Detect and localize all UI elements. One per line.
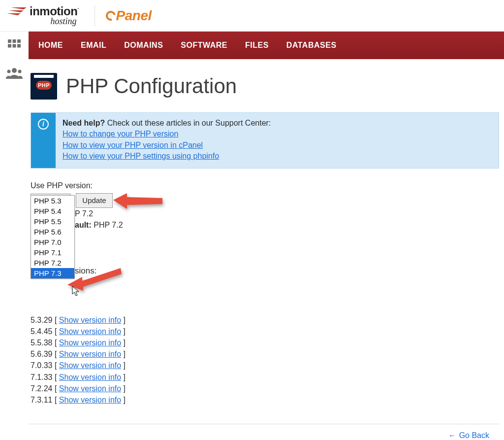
svg-point-6 xyxy=(12,68,17,73)
svg-rect-2 xyxy=(17,39,21,43)
version-row: 5.3.29 [ Show version info ] xyxy=(31,314,499,326)
nav-software[interactable]: SOFTWARE xyxy=(181,41,227,50)
show-version-info-link[interactable]: Show version info xyxy=(59,396,121,404)
nav-home[interactable]: HOME xyxy=(38,41,63,50)
available-versions-heading-suffix: sions: xyxy=(75,266,96,275)
show-version-info-link[interactable]: Show version info xyxy=(59,338,121,347)
svg-point-8 xyxy=(18,70,22,73)
system-default-value: PHP 7.2 xyxy=(92,221,123,229)
available-versions-list: 5.3.29 [ Show version info ]5.4.45 [ Sho… xyxy=(31,314,499,406)
version-row: 5.4.45 [ Show version info ] xyxy=(31,326,499,337)
info-title: Need help? xyxy=(63,119,105,127)
version-row: 5.6.39 [ Show version info ] xyxy=(31,348,499,360)
svg-rect-4 xyxy=(13,44,16,48)
php-option-php-56[interactable]: PHP 5.6 xyxy=(31,227,74,237)
version-row: 5.5.38 [ Show version info ] xyxy=(31,337,499,348)
nav-email[interactable]: EMAIL xyxy=(81,41,106,50)
logo-bar: inmotion. hosting Panel xyxy=(0,0,504,32)
cpanel-c-icon xyxy=(104,9,117,22)
info-lead: Check out these articles in our Support … xyxy=(105,119,271,127)
svg-rect-3 xyxy=(8,44,11,48)
info-link-change-version[interactable]: How to change your PHP version xyxy=(63,130,178,138)
info-link-view-version[interactable]: How to view your PHP version in cPanel xyxy=(63,141,203,149)
php-version-label: Use PHP version: xyxy=(31,181,499,190)
php-version-form: Use PHP version: PHP 7.2 ▾ Update xyxy=(31,181,499,406)
apps-grid-icon[interactable] xyxy=(7,38,22,55)
current-version-suffix: P 7.2 xyxy=(75,209,93,218)
info-box: i Need help? Check out these articles in… xyxy=(31,112,499,169)
svg-rect-0 xyxy=(8,39,11,43)
show-version-info-link[interactable]: Show version info xyxy=(59,373,121,381)
logo-divider xyxy=(94,5,95,26)
version-row: 7.3.11 [ Show version info ] xyxy=(31,394,499,406)
show-version-info-link[interactable]: Show version info xyxy=(59,361,121,370)
inmotion-logo: inmotion. hosting xyxy=(6,4,79,27)
mouse-cursor-icon xyxy=(72,286,80,297)
system-default-label-suffix: ault: xyxy=(75,221,92,229)
cpanel-logo: Panel xyxy=(106,8,152,24)
php-option-php-71[interactable]: PHP 7.1 xyxy=(31,247,74,258)
php-config-icon: PHP xyxy=(31,73,57,100)
info-icon: i xyxy=(38,119,49,130)
nav-domains[interactable]: DOMAINS xyxy=(124,41,163,50)
php-option-php-70[interactable]: PHP 7.0 xyxy=(31,237,74,247)
page-header: PHP PHP Configuration xyxy=(31,73,499,100)
version-row: 7.0.33 [ Show version info ] xyxy=(31,360,499,371)
show-version-info-link[interactable]: Show version info xyxy=(59,350,121,358)
php-option-php-54[interactable]: PHP 5.4 xyxy=(31,206,74,216)
version-row: 7.1.33 [ Show version info ] xyxy=(31,372,499,383)
main-nav: HOME EMAIL DOMAINS SOFTWARE FILES DATABA… xyxy=(29,32,504,59)
version-row: 7.2.24 [ Show version info ] xyxy=(31,383,499,394)
inmotion-subbrand: hosting xyxy=(51,16,79,27)
left-rail xyxy=(0,32,29,440)
page-title: PHP Configuration xyxy=(66,74,237,98)
svg-rect-1 xyxy=(13,39,16,43)
show-version-info-link[interactable]: Show version info xyxy=(59,327,121,336)
php-option-php-72[interactable]: PHP 7.2 xyxy=(31,258,74,268)
php-option-php-73[interactable]: PHP 7.3 xyxy=(31,268,74,278)
footer-bar: ←Go Back xyxy=(29,424,499,440)
show-version-info-link[interactable]: Show version info xyxy=(59,384,121,393)
inmotion-swoosh-icon xyxy=(6,7,27,16)
svg-rect-5 xyxy=(17,44,21,48)
nav-files[interactable]: FILES xyxy=(245,41,269,50)
go-back-link[interactable]: ←Go Back xyxy=(448,431,489,440)
users-icon[interactable] xyxy=(6,67,23,82)
php-option-php-53[interactable]: PHP 5.3 xyxy=(31,196,74,206)
php-badge: PHP xyxy=(36,81,52,90)
svg-point-7 xyxy=(7,70,11,73)
nav-databases[interactable]: DATABASES xyxy=(286,41,337,50)
arrow-left-icon: ← xyxy=(448,431,456,440)
info-link-phpinfo[interactable]: How to view your PHP settings using phpi… xyxy=(63,152,219,160)
php-version-dropdown[interactable]: PHP 5.3PHP 5.4PHP 5.5PHP 5.6PHP 7.0PHP 7… xyxy=(31,195,75,279)
php-option-php-55[interactable]: PHP 5.5 xyxy=(31,216,74,227)
show-version-info-link[interactable]: Show version info xyxy=(59,316,121,324)
info-icon-column: i xyxy=(31,113,56,168)
